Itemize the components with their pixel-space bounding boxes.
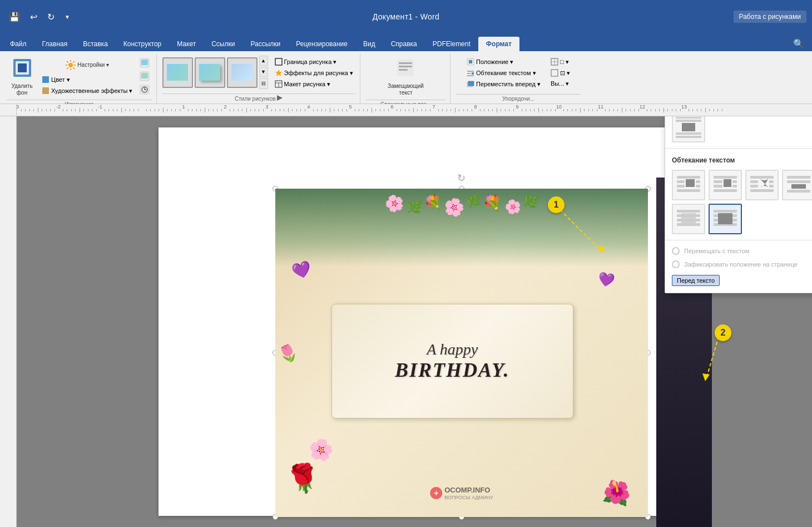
wrap-top-bottom-button[interactable] (782, 170, 812, 200)
tab-insert[interactable]: Вставка (75, 37, 116, 51)
position-button[interactable]: Положение ▾ (464, 57, 543, 67)
svg-rect-48 (677, 189, 700, 192)
tab-constructor[interactable]: Конструктор (116, 37, 169, 51)
placeholder-text-button[interactable]: Замещающийтекст (384, 56, 427, 98)
picture-settings-button[interactable]: Настройки ▾ (39, 57, 135, 73)
wrap-tight-button[interactable] (709, 170, 742, 200)
wrap-top-bottom-icon (786, 175, 811, 196)
wrap-through-button[interactable] (745, 170, 779, 200)
svg-rect-68 (677, 214, 700, 217)
watermark-icon: + (430, 487, 442, 499)
tab-home[interactable]: Главная (34, 37, 76, 51)
save-button[interactable]: 💾 (6, 9, 23, 24)
svg-rect-63 (787, 180, 810, 183)
restore-pic-icon (140, 85, 150, 95)
svg-rect-2 (18, 63, 27, 72)
extra-arrange-1[interactable]: □ ▾ (548, 57, 572, 67)
document-title: Документ1 - Word (373, 12, 439, 21)
rotate-handle[interactable]: ↻ (457, 172, 466, 181)
extra-arrange-3[interactable]: Вы... ▾ (548, 79, 572, 88)
tab-layout[interactable]: Макет (169, 37, 204, 51)
selected-image-container[interactable]: ↻ 🌸 🌿 (275, 189, 648, 517)
svg-rect-56 (750, 176, 774, 179)
svg-marker-25 (277, 95, 283, 101)
svg-rect-20 (275, 58, 282, 65)
picture-border-button[interactable]: Граница рисунка ▾ (273, 57, 355, 67)
border-icon (275, 58, 283, 66)
birthday-card-image: 🌸 🌿 💐 🌸 🌿 💐 🌸 🌿 (275, 189, 648, 517)
wrap-infront-button[interactable] (709, 204, 742, 234)
remove-background-button[interactable]: Удалитьфон (7, 56, 37, 98)
move-forward-button[interactable]: Переместить вперед ▾ (464, 79, 543, 89)
svg-rect-37 (468, 81, 474, 86)
position-before-text-button[interactable]: Перед тексто (672, 275, 720, 286)
inline-options-area (665, 116, 812, 145)
birthday-text-banner: A happy BIRTHDAY. (331, 304, 574, 419)
wrap-behind-button[interactable] (672, 204, 705, 234)
undo-button[interactable]: ↩ (27, 9, 41, 24)
svg-point-3 (68, 63, 73, 67)
ruler-body: -3-2-112345678910111213 (17, 104, 812, 116)
quick-access-dropdown[interactable]: ▼ (61, 12, 73, 22)
context-tab-label: Работа с рисунками (734, 11, 806, 23)
extra-arrange-2[interactable]: ⊡ ▾ (548, 68, 572, 78)
styles-scroll-down[interactable]: ▼ (259, 67, 268, 77)
tab-help[interactable]: Справка (383, 37, 425, 51)
pic-style-2[interactable] (195, 57, 225, 88)
svg-rect-44 (686, 179, 695, 187)
svg-rect-65 (787, 190, 810, 193)
svg-rect-69 (677, 219, 700, 221)
frame-icon (551, 58, 558, 66)
tab-file[interactable]: Файл (2, 37, 34, 51)
svg-rect-67 (677, 210, 700, 213)
compress-icon (140, 58, 150, 68)
placeholder-icon (395, 58, 415, 82)
svg-rect-13 (42, 87, 49, 94)
tab-view[interactable]: Вид (355, 37, 383, 51)
vertical-ruler (0, 116, 17, 527)
svg-rect-50 (714, 180, 722, 183)
search-button[interactable]: 🔍 (788, 36, 810, 51)
tab-format[interactable]: Формат (478, 37, 519, 51)
wrap-options-area (665, 168, 812, 237)
inline-text-option[interactable] (672, 116, 705, 142)
wrap-section-label: Обтекание текстом (665, 152, 812, 168)
inline-icon (676, 117, 701, 138)
change-picture-button[interactable] (137, 70, 152, 82)
svg-rect-43 (677, 180, 685, 183)
pic-style-3[interactable] (227, 57, 258, 88)
text-wrap-button[interactable]: Обтекание текстом ▾ (464, 68, 543, 78)
compress-pictures-button[interactable] (137, 57, 152, 69)
styles-expand[interactable]: ⊟ (259, 78, 268, 89)
panel-divider-2 (665, 240, 812, 240)
document-area: ↻ 🌸 🌿 (17, 116, 812, 527)
svg-rect-64 (791, 184, 806, 189)
pic-style-1[interactable] (162, 57, 193, 88)
position-buttons-area: Перед тексто (665, 273, 812, 288)
picture-layout-button[interactable]: Макет рисунка ▾ (273, 79, 355, 89)
color-button[interactable]: Цвет ▾ (39, 75, 135, 85)
restore-picture-button[interactable] (137, 83, 152, 96)
styles-scroll-up[interactable]: ▲ (259, 56, 268, 66)
move-with-text-radio[interactable] (672, 247, 680, 255)
art-effects-button[interactable]: Художественные эффекты ▾ (39, 86, 135, 96)
svg-rect-52 (732, 180, 737, 183)
ribbon-group-arrange-label: Упорядочи... (456, 94, 581, 104)
ribbon-tab-bar: Файл Главная Вставка Конструктор Макет С… (0, 33, 812, 51)
wrap-tight-icon (712, 175, 738, 196)
wrap-square-button[interactable] (672, 170, 705, 200)
picture-effects-button[interactable]: Эффекты для рисунка ▾ (273, 68, 355, 78)
tab-mailings[interactable]: Рассылки (242, 37, 288, 51)
tab-pdfelement[interactable]: PDFElement (425, 37, 478, 51)
tab-links[interactable]: Ссылки (204, 37, 242, 51)
fix-position-radio[interactable] (672, 260, 680, 268)
special-content: Замещающийтекст (384, 53, 427, 98)
svg-rect-32 (467, 71, 474, 72)
redo-button[interactable]: ↻ (44, 9, 58, 24)
svg-rect-12 (42, 76, 49, 83)
tab-review[interactable]: Рецензирование (288, 37, 355, 51)
ribbon-group-change-content: Удалитьфон Н (7, 53, 152, 98)
layout-panel: Параметры разметки × В тексте (665, 116, 812, 293)
svg-rect-58 (769, 180, 774, 183)
wrap-infront-icon (712, 209, 738, 230)
